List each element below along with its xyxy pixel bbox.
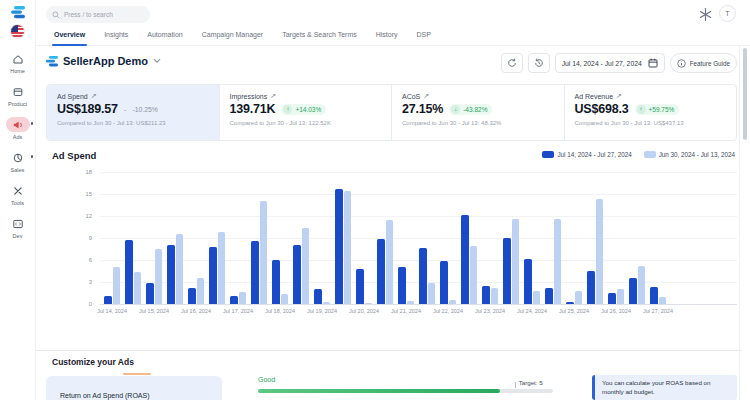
feature-guide-button[interactable]: Feature Guide: [670, 53, 737, 73]
external-link-icon[interactable]: ↗: [616, 92, 622, 100]
date-range-label: Jul 14, 2024 - Jul 27, 2024: [562, 60, 642, 67]
kpi-label: Impressions: [230, 93, 268, 100]
tab-campaign-manager[interactable]: Campaign Manager: [200, 24, 265, 45]
scrollbar-track: [739, 46, 740, 400]
sidebar-item-home[interactable]: Home: [0, 51, 35, 74]
bar-previous: [596, 199, 604, 304]
legend-item-jun-30-2024-jul-13-2024[interactable]: Jun 30, 2024 - Jul 13, 2024: [644, 151, 735, 158]
chart-section: Ad Spend Jul 14, 2024 - Jul 27, 2024Jun …: [46, 146, 737, 344]
marketplace-flag-icon[interactable]: [10, 24, 25, 39]
kpi-label: Ad Spend: [57, 93, 88, 100]
gridline: [100, 216, 737, 217]
chart-title: Ad Spend: [52, 150, 96, 161]
bar-current: [209, 247, 217, 304]
roas-target-marker: [515, 382, 516, 388]
tab-dsp[interactable]: DSP: [415, 24, 433, 45]
ads-icon: [6, 117, 30, 132]
avatar[interactable]: T: [719, 5, 736, 22]
bar-previous: [134, 272, 142, 304]
bar-previous: [554, 219, 562, 304]
external-link-icon[interactable]: ↗: [423, 92, 429, 100]
bar-current: [545, 288, 553, 304]
tab-overview[interactable]: Overview: [52, 24, 87, 45]
roas-status-label: Good: [258, 376, 275, 383]
refresh-button[interactable]: [501, 53, 523, 73]
bar-previous: [638, 266, 646, 304]
refresh-icon: [507, 58, 517, 68]
sidebar-item-product[interactable]: Product: [0, 84, 35, 107]
date-range-picker[interactable]: Jul 14, 2024 - Jul 27, 2024: [555, 53, 665, 73]
bar-current: [230, 296, 238, 304]
sidebar-item-label: Dev: [13, 233, 23, 239]
bar-current: [419, 248, 427, 304]
kpi-card-acos[interactable]: ACoS↗27.15%↓-43.82%Compared to Jun 30 - …: [392, 85, 565, 140]
accent-line: [123, 373, 151, 375]
roas-card[interactable]: Return on Ad Spend (ROAS): [46, 376, 222, 400]
kpi-value: US$189.57: [57, 102, 118, 116]
gridline: [100, 238, 737, 239]
bar-previous: [113, 267, 121, 304]
external-link-icon[interactable]: ↗: [270, 92, 276, 100]
sidebar-item-dev[interactable]: Dev: [0, 216, 35, 239]
search-box[interactable]: [46, 6, 150, 23]
feature-guide-label: Feature Guide: [690, 60, 730, 67]
kpi-compare-text: Compared to Jun 30 - Jul 13: US$437.13: [575, 120, 727, 126]
kpi-row: Ad Spend↗US$189.57--10.25%Compared to Ju…: [46, 84, 737, 141]
product-icon: [6, 84, 30, 99]
gridline: [100, 172, 737, 173]
sellerapp-logo-icon[interactable]: [10, 6, 26, 19]
roas-target-label: Target: 5: [519, 379, 543, 386]
scrollbar-thumb[interactable]: [743, 48, 747, 140]
kpi-card-ad-revenue[interactable]: Ad Revenue↗US$698.3↑+59.75%Compared to J…: [565, 85, 737, 140]
tab-insights[interactable]: Insights: [102, 24, 130, 45]
tab-bar: OverviewInsightsAutomationCampaign Manag…: [36, 24, 750, 46]
home-icon: [6, 51, 30, 66]
sidebar-item-sales[interactable]: Sales: [0, 150, 35, 173]
tab-automation[interactable]: Automation: [145, 24, 184, 45]
bar-previous: [302, 228, 310, 304]
bar-previous: [218, 232, 226, 304]
roas-progress-track: Target: 5: [258, 389, 553, 393]
search-input[interactable]: [64, 11, 144, 18]
sidebar-item-label: Home: [10, 68, 25, 74]
notification-dot: [31, 122, 34, 125]
external-link-icon[interactable]: ↗: [91, 92, 97, 100]
kpi-card-ad-spend[interactable]: Ad Spend↗US$189.57--10.25%Compared to Ju…: [47, 85, 220, 140]
kpi-value: 27.15%: [402, 102, 443, 116]
kpi-compare-text: Compared to Jun 30 - Jul 13: 48.32%: [402, 120, 554, 126]
dev-icon: [6, 216, 30, 231]
kpi-value: 139.71K: [230, 102, 276, 116]
bar-previous: [491, 288, 499, 304]
notification-dot: [31, 155, 34, 158]
arrow-up-icon: ↑: [283, 105, 292, 114]
search-icon: [52, 11, 60, 19]
main-content: SellerApp Demo Jul 14, 2024 - Jul 27, 20…: [36, 46, 750, 400]
kpi-card-impressions[interactable]: Impressions↗139.71K↑+14.03%Compared to J…: [220, 85, 393, 140]
sidebar-item-tools[interactable]: Tools: [0, 183, 35, 206]
sales-icon: [6, 150, 30, 165]
apps-icon[interactable]: [698, 7, 713, 22]
bar-current: [503, 238, 511, 304]
account-switcher[interactable]: SellerApp Demo: [46, 55, 161, 67]
sidebar-item-ads[interactable]: Ads: [0, 117, 35, 140]
sidebar-item-label: Ads: [13, 134, 22, 140]
bar-current: [251, 241, 259, 304]
kpi-label: Ad Revenue: [575, 93, 614, 100]
bar-current: [272, 260, 280, 304]
sidebar-item-label: Product: [8, 101, 27, 107]
calendar-icon: [648, 58, 658, 68]
legend-item-jul-14-2024-jul-27-2024[interactable]: Jul 14, 2024 - Jul 27, 2024: [542, 151, 631, 158]
history-button[interactable]: [528, 53, 550, 73]
bar-current: [377, 239, 385, 304]
bar-previous: [176, 234, 184, 304]
tab-targets-search-terms[interactable]: Targets & Search Terms: [280, 24, 359, 45]
bar-previous: [386, 220, 394, 304]
chart-legend: Jul 14, 2024 - Jul 27, 2024Jun 30, 2024 …: [542, 151, 735, 158]
tab-history[interactable]: History: [374, 24, 400, 45]
bar-previous: [659, 297, 667, 304]
kpi-compare-text: Compared to Jun 30 - Jul 13: US$211.23: [57, 120, 209, 126]
bar-current: [314, 289, 322, 304]
account-name: SellerApp Demo: [63, 55, 148, 67]
y-axis-label: 0: [46, 301, 92, 307]
bar-current: [188, 288, 196, 304]
